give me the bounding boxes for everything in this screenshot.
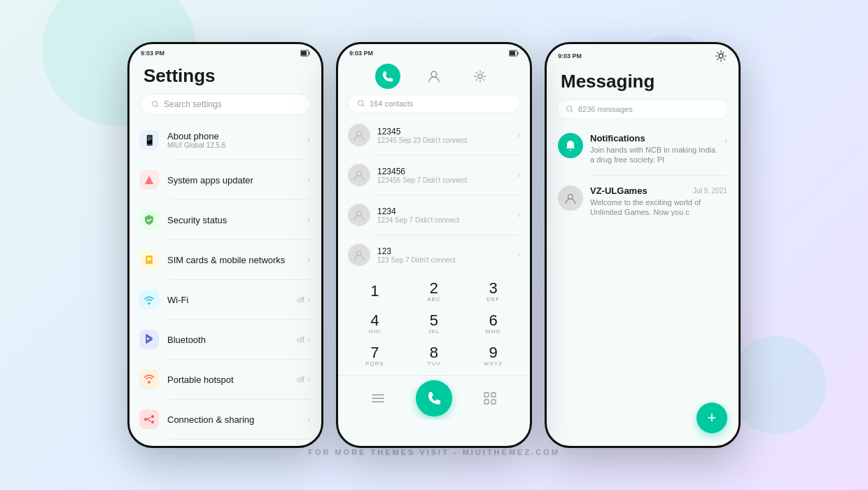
compose-fab-icon: + bbox=[708, 409, 717, 427]
svg-rect-13 bbox=[510, 51, 515, 55]
settings-item-sim[interactable]: SIM cards & mobile networks › bbox=[130, 243, 321, 276]
bluetooth-text: Bluetooth bbox=[167, 335, 288, 345]
settings-item-bluetooth[interactable]: Bluetooth off › bbox=[130, 323, 321, 356]
chevron-sim: › bbox=[307, 255, 310, 265]
tab-settings-phone[interactable] bbox=[468, 64, 493, 89]
settings-item-wifi[interactable]: Wi-Fi off › bbox=[130, 283, 321, 316]
tab-phone[interactable] bbox=[375, 64, 400, 89]
messaging-search[interactable]: 8236 messages bbox=[556, 99, 729, 119]
svg-point-6 bbox=[144, 418, 147, 421]
dialer-key-3[interactable]: 3 DEF bbox=[472, 276, 514, 307]
about-phone-icon: 📱 bbox=[139, 130, 159, 150]
status-bar-2: 9:03 PM bbox=[338, 44, 530, 59]
msg-item-notifications[interactable]: Notifications Join hands with NCB in mak… bbox=[547, 126, 738, 172]
tab-contacts[interactable] bbox=[421, 64, 447, 89]
about-phone-right: › bbox=[307, 135, 310, 145]
contact-123456[interactable]: 123456 123456 Sep 7 Didn't connect › bbox=[338, 158, 530, 192]
svg-rect-23 bbox=[484, 400, 489, 404]
dialer-key-1[interactable]: 1 bbox=[354, 276, 396, 307]
settings-title: Settings bbox=[130, 59, 321, 94]
contact-name-3: 1234 bbox=[377, 206, 510, 216]
menu-icon[interactable] bbox=[364, 384, 392, 412]
contact-name-4: 123 bbox=[377, 246, 510, 256]
hotspot-status: off bbox=[297, 376, 304, 384]
dialer-alpha-8: TUV bbox=[427, 360, 440, 367]
grid-icon[interactable] bbox=[476, 384, 504, 412]
dialer-row-2: 4 GHI 5 JKL 6 MNO bbox=[345, 308, 523, 339]
contacts-search[interactable]: 164 contacts bbox=[348, 94, 520, 113]
call-button[interactable] bbox=[416, 380, 452, 416]
wifi-right: off › bbox=[297, 295, 310, 304]
system-apps-right: › bbox=[307, 175, 310, 185]
contact-chevron-2: › bbox=[517, 170, 520, 180]
watermark: FOR MORE THEMES VISIT - MIUITHEMEZ.COM bbox=[308, 448, 560, 456]
dialer-num-6: 6 bbox=[489, 313, 498, 328]
dialer-num-2: 2 bbox=[430, 281, 438, 296]
svg-point-25 bbox=[719, 54, 723, 58]
contact-sub-1: 12345 Sep 23 Didn't connect bbox=[377, 136, 510, 144]
dialer-key-8[interactable]: 8 TUV bbox=[413, 340, 455, 371]
contact-sub-4: 123 Sep 7 Didn't connect bbox=[377, 256, 510, 264]
contact-text-1: 12345 12345 Sep 23 Didn't connect bbox=[377, 127, 510, 144]
contact-divider-1 bbox=[376, 155, 519, 155]
dialer-key-9[interactable]: 9 WXYZ bbox=[472, 340, 514, 371]
msg-chevron-1: › bbox=[724, 136, 727, 146]
contact-12345[interactable]: 12345 12345 Sep 23 Didn't connect › bbox=[338, 118, 530, 152]
settings-item-security[interactable]: Security status › bbox=[130, 203, 321, 237]
dialer-key-7[interactable]: 7 PQRS bbox=[354, 340, 396, 371]
msg-text-vzulgames: VZ-ULGames Jul 9, 2021 Welcome to the ex… bbox=[590, 186, 727, 218]
settings-item-system-apps[interactable]: System apps updater › bbox=[130, 163, 321, 197]
svg-rect-21 bbox=[484, 393, 489, 397]
sim-text: SIM cards & mobile networks bbox=[167, 255, 299, 265]
svg-rect-1 bbox=[301, 51, 307, 55]
msg-preview-notifications: Join hands with NCB in making India a dr… bbox=[590, 145, 718, 165]
svg-rect-24 bbox=[491, 400, 496, 404]
svg-rect-5 bbox=[147, 258, 151, 260]
svg-rect-22 bbox=[491, 393, 496, 397]
settings-item-connection[interactable]: Connection & sharing › bbox=[130, 402, 321, 436]
svg-point-26 bbox=[567, 106, 572, 111]
divider-1 bbox=[170, 160, 310, 160]
contact-text-3: 1234 1234 Sep 7 Didn't connect bbox=[377, 206, 510, 224]
contact-1234[interactable]: 1234 1234 Sep 7 Didn't connect › bbox=[338, 198, 530, 232]
time-2: 9:03 PM bbox=[349, 50, 373, 57]
contact-123[interactable]: 123 123 Sep 7 Didn't connect › bbox=[338, 238, 530, 272]
msg-header-notifications: Notifications bbox=[590, 133, 718, 144]
wifi-label: Wi-Fi bbox=[167, 295, 288, 305]
status-icons-1 bbox=[300, 50, 310, 57]
contact-avatar-4 bbox=[348, 244, 370, 266]
dialer-key-6[interactable]: 6 MNO bbox=[472, 308, 514, 339]
dialer-key-2[interactable]: 2 ABC bbox=[413, 276, 455, 307]
about-phone-label: About phone bbox=[167, 131, 299, 141]
wifi-icon bbox=[139, 290, 159, 309]
settings-screen: Settings Search settings 📱 About phone M… bbox=[130, 59, 321, 448]
bluetooth-icon bbox=[139, 330, 159, 349]
contact-avatar-3 bbox=[348, 204, 370, 226]
sim-right: › bbox=[307, 255, 310, 265]
dialer-pad: 1 2 ABC 3 DEF 4 GHI 5 J bbox=[338, 272, 530, 375]
dialer-key-4[interactable]: 4 GHI bbox=[354, 308, 396, 339]
dialer-bottom-bar bbox=[338, 375, 530, 419]
dialer-num-9: 9 bbox=[489, 345, 498, 360]
settings-item-hotspot[interactable]: Portable hotspot off › bbox=[130, 363, 321, 396]
messaging-screen: Messaging 8236 messages Notifications Jo… bbox=[547, 65, 738, 224]
status-bar-3: 9:03 PM bbox=[547, 44, 738, 65]
settings-item-about-phone[interactable]: 📱 About phone MIUI Global 12.5.6 › bbox=[130, 123, 321, 157]
search-settings-bar[interactable]: Search settings bbox=[141, 94, 310, 115]
settings-item-lockscreen[interactable]: Lock screen › bbox=[130, 442, 321, 448]
dialer-num-1: 1 bbox=[370, 284, 379, 299]
msg-divider-1 bbox=[590, 175, 727, 176]
compose-fab[interactable]: + bbox=[696, 402, 727, 433]
divider-2 bbox=[170, 200, 310, 200]
msg-preview-vzulgames: Welcome to the exciting world of Unlimit… bbox=[590, 197, 727, 218]
chevron-wifi: › bbox=[307, 295, 310, 304]
dialer-key-5[interactable]: 5 JKL bbox=[413, 308, 455, 339]
msg-item-vzulgames[interactable]: VZ-ULGames Jul 9, 2021 Welcome to the ex… bbox=[547, 178, 738, 225]
msg-name-notifications: Notifications bbox=[590, 133, 645, 144]
chevron-about: › bbox=[307, 135, 310, 145]
dialer-num-5: 5 bbox=[430, 313, 438, 328]
phone-settings: 9:03 PM Settings Search settings 📱 About… bbox=[127, 42, 323, 448]
sim-label: SIM cards & mobile networks bbox=[167, 255, 299, 265]
contact-chevron-1: › bbox=[517, 130, 520, 140]
chevron-connection: › bbox=[307, 414, 310, 424]
